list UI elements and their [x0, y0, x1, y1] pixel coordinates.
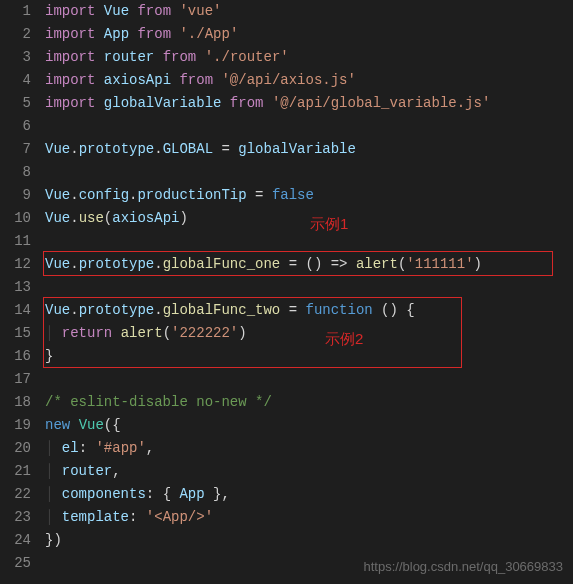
type-token: Vue [79, 417, 104, 433]
variable-token: globalVariable [104, 95, 222, 111]
line-number: 18 [0, 391, 31, 414]
keyword-token: from [163, 49, 197, 65]
string-token: '@/api/global_variable.js' [272, 95, 490, 111]
function-token: alert [121, 325, 163, 341]
punct-token: }) [45, 532, 62, 548]
property-token: productionTip [137, 187, 246, 203]
keyword-token: import [45, 26, 95, 42]
line-number: 4 [0, 69, 31, 92]
line-number: 3 [0, 46, 31, 69]
property-token: prototype [79, 302, 155, 318]
line-number: 19 [0, 414, 31, 437]
code-line[interactable] [45, 276, 573, 299]
code-line[interactable]: Vue.prototype.globalFunc_one = () => ale… [45, 253, 573, 276]
code-line[interactable]: import Vue from 'vue' [45, 0, 573, 23]
code-line[interactable]: Vue.prototype.globalFunc_two = function … [45, 299, 573, 322]
keyword-token: from [230, 95, 264, 111]
string-token: '111111' [406, 256, 473, 272]
punct-token: ( [163, 325, 171, 341]
code-line[interactable] [45, 161, 573, 184]
code-line[interactable]: Vue.use(axiosApi) [45, 207, 573, 230]
variable-token: Vue [104, 3, 129, 19]
variable-token: globalVariable [238, 141, 356, 157]
code-line[interactable]: /* eslint-disable no-new */ [45, 391, 573, 414]
keyword-token: from [179, 72, 213, 88]
code-area[interactable]: import Vue from 'vue' import App from '.… [45, 0, 573, 575]
keyword-token: from [137, 26, 171, 42]
line-number: 2 [0, 23, 31, 46]
line-number: 5 [0, 92, 31, 115]
punct-token: }, [205, 486, 230, 502]
keyword-token: import [45, 3, 95, 19]
variable-token: Vue [45, 187, 70, 203]
line-number: 6 [0, 115, 31, 138]
punct-token: ({ [104, 417, 121, 433]
operator-token: = [247, 187, 272, 203]
code-line[interactable] [45, 368, 573, 391]
punct-token: , [112, 463, 120, 479]
operator-token: = () => [280, 256, 356, 272]
function-token: globalFunc_two [163, 302, 281, 318]
indent-guide: │ [45, 463, 62, 479]
indent-guide: │ [45, 509, 62, 525]
space-token [70, 417, 78, 433]
property-token: el [62, 440, 79, 456]
code-line[interactable]: │ return alert('222222') [45, 322, 573, 345]
string-token: '222222' [171, 325, 238, 341]
property-token: router [62, 463, 112, 479]
property-token: prototype [79, 256, 155, 272]
line-number: 23 [0, 506, 31, 529]
code-line[interactable]: import App from './App' [45, 23, 573, 46]
code-line[interactable]: import globalVariable from '@/api/global… [45, 92, 573, 115]
property-token: components [62, 486, 146, 502]
punct-token: : [129, 509, 146, 525]
code-line[interactable]: } [45, 345, 573, 368]
function-token: globalFunc_one [163, 256, 281, 272]
line-number: 22 [0, 483, 31, 506]
variable-token: Vue [45, 302, 70, 318]
code-line[interactable]: import router from './router' [45, 46, 573, 69]
operator-token: = [213, 141, 238, 157]
space-token [112, 325, 120, 341]
punct-token: ( [104, 210, 112, 226]
punct-token: () { [373, 302, 415, 318]
keyword-token: import [45, 95, 95, 111]
code-line[interactable]: Vue.prototype.GLOBAL = globalVariable [45, 138, 573, 161]
comment-token: /* eslint-disable no-new */ [45, 394, 272, 410]
line-number: 9 [0, 184, 31, 207]
line-number: 12 [0, 253, 31, 276]
keyword-token: import [45, 72, 95, 88]
variable-token: App [104, 26, 129, 42]
code-line[interactable] [45, 230, 573, 253]
function-token: alert [356, 256, 398, 272]
line-number: 11 [0, 230, 31, 253]
punct-token: ) [238, 325, 246, 341]
property-token: GLOBAL [163, 141, 213, 157]
code-line[interactable]: Vue.config.productionTip = false [45, 184, 573, 207]
line-number: 24 [0, 529, 31, 552]
line-number: 8 [0, 161, 31, 184]
variable-token: axiosApi [104, 72, 171, 88]
code-editor[interactable]: 1 2 3 4 5 6 7 8 9 10 11 12 13 14 15 16 1… [0, 0, 573, 575]
line-number: 15 [0, 322, 31, 345]
code-line[interactable]: │ router, [45, 460, 573, 483]
code-line[interactable]: }) [45, 529, 573, 552]
code-line[interactable]: new Vue({ [45, 414, 573, 437]
keyword-token: new [45, 417, 70, 433]
line-number: 20 [0, 437, 31, 460]
code-line[interactable]: │ components: { App }, [45, 483, 573, 506]
variable-token: router [104, 49, 154, 65]
indent-guide: │ [45, 325, 62, 341]
code-line[interactable]: import axiosApi from '@/api/axios.js' [45, 69, 573, 92]
variable-token: Vue [45, 256, 70, 272]
code-line[interactable] [45, 115, 573, 138]
string-token: '#app' [95, 440, 145, 456]
string-token: './App' [179, 26, 238, 42]
string-token: '@/api/axios.js' [221, 72, 355, 88]
code-line[interactable]: │ template: '<App/>' [45, 506, 573, 529]
punct-token: : [79, 440, 96, 456]
indent-guide: │ [45, 486, 62, 502]
code-line[interactable]: │ el: '#app', [45, 437, 573, 460]
line-number-gutter: 1 2 3 4 5 6 7 8 9 10 11 12 13 14 15 16 1… [0, 0, 45, 575]
line-number: 25 [0, 552, 31, 575]
